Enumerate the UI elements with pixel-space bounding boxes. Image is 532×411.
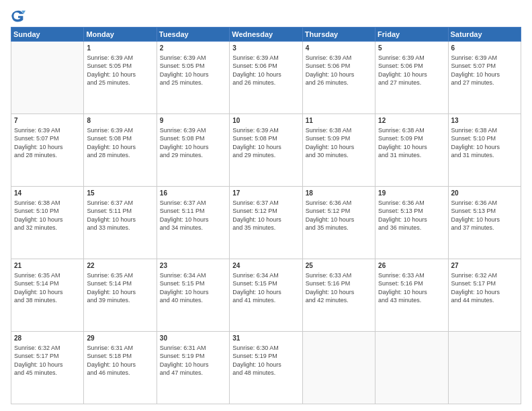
day-number: 21	[14, 261, 81, 271]
calendar-cell: 15Sunrise: 6:37 AM Sunset: 5:11 PM Dayli…	[84, 187, 157, 259]
calendar-cell: 16Sunrise: 6:37 AM Sunset: 5:11 PM Dayli…	[157, 187, 229, 259]
day-number: 26	[378, 261, 445, 271]
week-row-0: 1Sunrise: 6:39 AM Sunset: 5:05 PM Daylig…	[11, 42, 521, 114]
day-number: 27	[451, 261, 518, 271]
logo-icon	[11, 8, 26, 23]
day-number: 16	[160, 189, 226, 198]
cell-content: Sunrise: 6:34 AM Sunset: 5:15 PM Dayligh…	[160, 271, 226, 305]
cell-content: Sunrise: 6:31 AM Sunset: 5:18 PM Dayligh…	[87, 344, 153, 377]
cell-content: Sunrise: 6:32 AM Sunset: 5:17 PM Dayligh…	[14, 344, 81, 377]
week-row-4: 28Sunrise: 6:32 AM Sunset: 5:17 PM Dayli…	[11, 332, 521, 404]
day-header-wednesday: Wednesday	[230, 28, 302, 42]
calendar-cell	[375, 332, 448, 404]
cell-content: Sunrise: 6:39 AM Sunset: 5:08 PM Dayligh…	[232, 126, 299, 160]
calendar-cell: 26Sunrise: 6:33 AM Sunset: 5:16 PM Dayli…	[375, 259, 448, 332]
day-number: 3	[232, 44, 299, 53]
page: SundayMondayTuesdayWednesdayThursdayFrid…	[0, 0, 532, 411]
cell-content: Sunrise: 6:36 AM Sunset: 5:13 PM Dayligh…	[451, 199, 518, 232]
week-row-1: 7Sunrise: 6:39 AM Sunset: 5:07 PM Daylig…	[11, 114, 521, 187]
day-number: 22	[87, 261, 153, 271]
cell-content: Sunrise: 6:38 AM Sunset: 5:10 PM Dayligh…	[451, 126, 518, 160]
calendar-cell: 3Sunrise: 6:39 AM Sunset: 5:06 PM Daylig…	[230, 42, 302, 114]
calendar-cell: 4Sunrise: 6:39 AM Sunset: 5:06 PM Daylig…	[302, 42, 375, 114]
calendar-cell: 28Sunrise: 6:32 AM Sunset: 5:17 PM Dayli…	[11, 332, 84, 404]
day-number: 13	[451, 116, 518, 126]
calendar-cell	[302, 332, 375, 404]
week-row-3: 21Sunrise: 6:35 AM Sunset: 5:14 PM Dayli…	[11, 259, 521, 332]
calendar-cell: 8Sunrise: 6:39 AM Sunset: 5:08 PM Daylig…	[84, 114, 157, 187]
cell-content: Sunrise: 6:38 AM Sunset: 5:09 PM Dayligh…	[306, 126, 372, 160]
calendar-cell: 20Sunrise: 6:36 AM Sunset: 5:13 PM Dayli…	[448, 187, 521, 259]
cell-content: Sunrise: 6:39 AM Sunset: 5:05 PM Dayligh…	[160, 54, 226, 87]
day-number: 9	[160, 116, 226, 126]
calendar-cell: 1Sunrise: 6:39 AM Sunset: 5:05 PM Daylig…	[84, 42, 157, 114]
day-header-thursday: Thursday	[302, 28, 375, 42]
day-number: 14	[14, 189, 81, 198]
calendar-cell: 19Sunrise: 6:36 AM Sunset: 5:13 PM Dayli…	[375, 187, 448, 259]
day-number: 25	[306, 261, 372, 271]
day-number: 31	[232, 334, 299, 343]
cell-content: Sunrise: 6:39 AM Sunset: 5:08 PM Dayligh…	[87, 126, 153, 160]
week-row-2: 14Sunrise: 6:38 AM Sunset: 5:10 PM Dayli…	[11, 187, 521, 259]
day-header-monday: Monday	[84, 28, 157, 42]
day-number: 4	[306, 44, 372, 53]
cell-content: Sunrise: 6:39 AM Sunset: 5:05 PM Dayligh…	[87, 54, 153, 87]
calendar-cell: 17Sunrise: 6:37 AM Sunset: 5:12 PM Dayli…	[230, 187, 302, 259]
calendar-cell: 18Sunrise: 6:36 AM Sunset: 5:12 PM Dayli…	[302, 187, 375, 259]
calendar-cell: 2Sunrise: 6:39 AM Sunset: 5:05 PM Daylig…	[157, 42, 229, 114]
cell-content: Sunrise: 6:37 AM Sunset: 5:11 PM Dayligh…	[160, 199, 226, 232]
calendar-cell: 25Sunrise: 6:33 AM Sunset: 5:16 PM Dayli…	[302, 259, 375, 332]
cell-content: Sunrise: 6:38 AM Sunset: 5:09 PM Dayligh…	[378, 126, 445, 160]
cell-content: Sunrise: 6:39 AM Sunset: 5:06 PM Dayligh…	[232, 54, 299, 87]
day-number: 12	[378, 116, 445, 126]
calendar-cell	[11, 42, 84, 114]
cell-content: Sunrise: 6:30 AM Sunset: 5:19 PM Dayligh…	[232, 344, 299, 377]
day-header-tuesday: Tuesday	[157, 28, 229, 42]
cell-content: Sunrise: 6:39 AM Sunset: 5:06 PM Dayligh…	[306, 54, 372, 87]
header-row: SundayMondayTuesdayWednesdayThursdayFrid…	[11, 28, 521, 42]
day-number: 10	[232, 116, 299, 126]
calendar-cell: 11Sunrise: 6:38 AM Sunset: 5:09 PM Dayli…	[302, 114, 375, 187]
cell-content: Sunrise: 6:36 AM Sunset: 5:13 PM Dayligh…	[378, 199, 445, 232]
calendar-cell: 14Sunrise: 6:38 AM Sunset: 5:10 PM Dayli…	[11, 187, 84, 259]
cell-content: Sunrise: 6:35 AM Sunset: 5:14 PM Dayligh…	[87, 271, 153, 305]
day-header-saturday: Saturday	[448, 28, 521, 42]
cell-content: Sunrise: 6:33 AM Sunset: 5:16 PM Dayligh…	[378, 271, 445, 305]
cell-content: Sunrise: 6:37 AM Sunset: 5:11 PM Dayligh…	[87, 199, 153, 232]
cell-content: Sunrise: 6:37 AM Sunset: 5:12 PM Dayligh…	[232, 199, 299, 232]
day-number: 28	[14, 334, 81, 343]
cell-content: Sunrise: 6:32 AM Sunset: 5:17 PM Dayligh…	[451, 271, 518, 305]
calendar-table: SundayMondayTuesdayWednesdayThursdayFrid…	[11, 27, 521, 404]
day-number: 5	[378, 44, 445, 53]
day-header-friday: Friday	[375, 28, 448, 42]
day-number: 8	[87, 116, 153, 126]
day-number: 2	[160, 44, 226, 53]
day-number: 15	[87, 189, 153, 198]
calendar-cell: 12Sunrise: 6:38 AM Sunset: 5:09 PM Dayli…	[375, 114, 448, 187]
day-number: 17	[232, 189, 299, 198]
calendar-cell: 6Sunrise: 6:39 AM Sunset: 5:07 PM Daylig…	[448, 42, 521, 114]
cell-content: Sunrise: 6:39 AM Sunset: 5:07 PM Dayligh…	[14, 126, 81, 160]
calendar-cell: 7Sunrise: 6:39 AM Sunset: 5:07 PM Daylig…	[11, 114, 84, 187]
day-number: 20	[451, 189, 518, 198]
day-number: 23	[160, 261, 226, 271]
cell-content: Sunrise: 6:38 AM Sunset: 5:10 PM Dayligh…	[14, 199, 81, 232]
calendar-cell: 23Sunrise: 6:34 AM Sunset: 5:15 PM Dayli…	[157, 259, 229, 332]
day-number: 29	[87, 334, 153, 343]
cell-content: Sunrise: 6:34 AM Sunset: 5:15 PM Dayligh…	[232, 271, 299, 305]
cell-content: Sunrise: 6:39 AM Sunset: 5:06 PM Dayligh…	[378, 54, 445, 87]
calendar-cell: 9Sunrise: 6:39 AM Sunset: 5:08 PM Daylig…	[157, 114, 229, 187]
cell-content: Sunrise: 6:31 AM Sunset: 5:19 PM Dayligh…	[160, 344, 226, 377]
calendar-cell: 24Sunrise: 6:34 AM Sunset: 5:15 PM Dayli…	[230, 259, 302, 332]
header	[11, 8, 521, 23]
day-header-sunday: Sunday	[11, 28, 84, 42]
cell-content: Sunrise: 6:39 AM Sunset: 5:07 PM Dayligh…	[451, 54, 518, 87]
calendar-cell: 30Sunrise: 6:31 AM Sunset: 5:19 PM Dayli…	[157, 332, 229, 404]
calendar-cell: 5Sunrise: 6:39 AM Sunset: 5:06 PM Daylig…	[375, 42, 448, 114]
day-number: 6	[451, 44, 518, 53]
day-number: 24	[232, 261, 299, 271]
calendar-cell: 29Sunrise: 6:31 AM Sunset: 5:18 PM Dayli…	[84, 332, 157, 404]
calendar-cell: 31Sunrise: 6:30 AM Sunset: 5:19 PM Dayli…	[230, 332, 302, 404]
cell-content: Sunrise: 6:36 AM Sunset: 5:12 PM Dayligh…	[306, 199, 372, 232]
calendar-cell: 21Sunrise: 6:35 AM Sunset: 5:14 PM Dayli…	[11, 259, 84, 332]
